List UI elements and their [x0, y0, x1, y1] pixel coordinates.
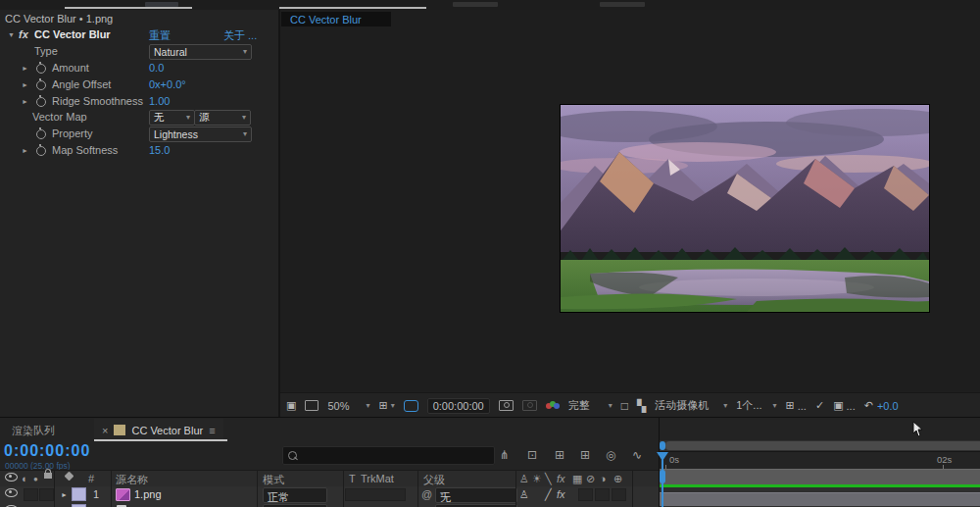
param-expander[interactable]: ► — [22, 65, 28, 72]
stopwatch-icon[interactable] — [36, 97, 46, 107]
check-icon: ✓ — [815, 399, 824, 412]
work-area-bar[interactable] — [660, 469, 980, 485]
primary-monitor-icon[interactable] — [305, 400, 318, 411]
param-expander[interactable]: ► — [22, 98, 28, 105]
parent-column[interactable]: 父级 — [423, 473, 445, 487]
top-tab-strip — [0, 0, 980, 10]
time-navigator-track[interactable] — [660, 440, 980, 451]
fast-previews-button[interactable]: ✓ — [815, 399, 824, 412]
resolution-dropdown[interactable]: 完整 ▾ — [568, 398, 612, 413]
channels-button[interactable] — [546, 401, 560, 411]
current-time-display[interactable]: 0:00:00:00 — [4, 442, 90, 460]
timeline-search-input[interactable] — [282, 446, 495, 465]
source-name-column[interactable]: 源名称 — [116, 473, 148, 487]
draft-3d-button[interactable]: ⊡ — [527, 448, 537, 462]
motion-blur-button[interactable]: ◎ — [606, 448, 615, 462]
blend-mode-dropdown[interactable]: 正常 ▾ — [263, 487, 327, 503]
solo-toggle-cell[interactable] — [39, 488, 54, 501]
about-effect-link[interactable]: 关于 ... — [223, 28, 257, 43]
amount-value[interactable]: 0.0 — [149, 62, 164, 74]
close-icon[interactable]: × — [102, 425, 108, 436]
property-value: Lightness — [154, 128, 198, 140]
layer-shy-switch[interactable]: ♙ — [519, 488, 529, 501]
reset-effect-link[interactable]: 重置 — [149, 28, 171, 43]
lock-column-icon — [44, 473, 52, 479]
exposure-value[interactable]: +0.0 — [877, 400, 899, 412]
always-preview-icon[interactable]: ▣ — [286, 399, 296, 412]
tab-render-queue[interactable]: 渲染队列 — [12, 424, 55, 438]
pickwhip-icon[interactable]: @ — [421, 488, 432, 500]
param-expander[interactable]: ► — [22, 147, 28, 154]
trkmat-column[interactable]: TrkMat — [361, 473, 394, 484]
map-softness-value[interactable]: 15.0 — [149, 144, 170, 156]
panel-menu-icon[interactable]: ≡ — [209, 425, 215, 436]
graph-editor-button[interactable]: ∿ — [632, 448, 642, 462]
vector-map-layer-dropdown[interactable]: 无 ▾ — [149, 110, 195, 126]
ellipsis: ... — [847, 400, 856, 412]
composition-tab[interactable]: CC Vector Blur — [281, 12, 391, 26]
magnification-dropdown[interactable]: 50% ▾ — [327, 400, 369, 412]
ruler-label-02s: 02s — [937, 454, 952, 465]
mouse-cursor — [912, 422, 924, 437]
active-tab-underline-left — [65, 7, 192, 9]
stopwatch-icon[interactable] — [36, 129, 46, 139]
motion-blur-cell[interactable] — [595, 488, 610, 501]
stopwatch-icon[interactable] — [36, 146, 46, 156]
composition-image[interactable] — [561, 105, 929, 312]
column-separator — [632, 470, 633, 507]
vector-map-source-dropdown[interactable]: 源 ▾ — [194, 110, 251, 126]
view-layout-value: 1个... — [736, 398, 761, 413]
comp-flowchart-button[interactable]: ⋔ — [500, 448, 510, 462]
region-of-interest-button[interactable]: □ — [621, 399, 628, 413]
view-layout-dropdown[interactable]: 1个... ▾ — [736, 398, 776, 413]
mode-column[interactable]: 模式 — [263, 473, 284, 487]
layer-label-chip[interactable] — [72, 487, 86, 501]
parent-dropdown[interactable]: 无 ▾ — [435, 487, 517, 503]
viewer-timecode[interactable]: 0:00:00:00 — [427, 398, 490, 414]
show-snapshot-button[interactable] — [522, 400, 537, 411]
pixel-aspect-button[interactable]: ⊞ ... — [786, 399, 807, 412]
column-separator — [111, 470, 112, 507]
tab-composition-timeline[interactable]: × CC Vector Blur ≡ — [94, 419, 223, 441]
layer-row-partial[interactable] — [0, 503, 659, 507]
layer-fx-switch[interactable]: fx — [557, 488, 565, 500]
layer-quality-switch[interactable]: ╱ — [545, 488, 552, 501]
playhead-grip[interactable] — [660, 470, 665, 483]
time-navigator-bar[interactable] — [665, 441, 980, 450]
layer-track-area[interactable] — [660, 487, 980, 507]
snapshot-button[interactable] — [499, 400, 514, 411]
frame-blend-column-icon: ▦ — [572, 473, 582, 485]
playhead-handle[interactable] — [657, 452, 668, 461]
hide-shy-layers-button[interactable]: ⊞ — [555, 448, 564, 462]
frame-blend-cell[interactable] — [578, 488, 593, 501]
frame-blending-button[interactable]: ⊞ — [580, 448, 590, 462]
ridge-smoothness-value[interactable]: 1.00 — [149, 95, 170, 107]
layer-row[interactable]: ► 1 1.png 正常 ▾ @ 无 ▾ ♙ ╱ fx — [0, 486, 659, 504]
layer-expander[interactable]: ► — [61, 491, 68, 498]
transparency-grid-button[interactable]: ▚ — [637, 399, 646, 413]
threed-cell[interactable] — [612, 488, 626, 501]
effect-collapse-arrow[interactable]: ▼ — [8, 31, 15, 38]
mask-visibility-button[interactable] — [404, 400, 418, 412]
audio-toggle-cell[interactable] — [24, 488, 38, 501]
camera-view-dropdown[interactable]: 活动摄像机 ▾ — [655, 398, 727, 413]
reset-exposure-icon[interactable]: ↶ — [864, 399, 873, 412]
preserve-transparency-column[interactable]: T — [349, 473, 356, 484]
type-dropdown[interactable]: Natural ▾ — [149, 44, 252, 60]
effect-controls-header: CC Vector Blur • 1.png — [5, 13, 113, 25]
layer-duration-bar[interactable] — [660, 492, 980, 506]
chevron-down-icon: ▾ — [773, 402, 777, 410]
trkmat-cell[interactable] — [345, 488, 406, 501]
angle-offset-value[interactable]: 0x+0.0° — [149, 78, 186, 90]
property-dropdown[interactable]: Lightness ▾ — [149, 127, 252, 142]
navigator-start-handle[interactable] — [660, 441, 665, 450]
layer-visibility-toggle[interactable] — [5, 488, 18, 497]
timeline-ruler-button[interactable]: ▣ ... — [833, 399, 856, 412]
param-expander[interactable]: ► — [22, 81, 28, 88]
stopwatch-icon[interactable] — [36, 80, 46, 90]
stopwatch-icon[interactable] — [36, 64, 46, 74]
ruler-icon: ▣ — [833, 399, 843, 412]
layer-name[interactable]: 1.png — [134, 488, 162, 500]
time-ruler[interactable]: 0s 02s — [660, 451, 980, 470]
grid-guides-button[interactable]: ⊞ ▾ — [378, 399, 394, 412]
